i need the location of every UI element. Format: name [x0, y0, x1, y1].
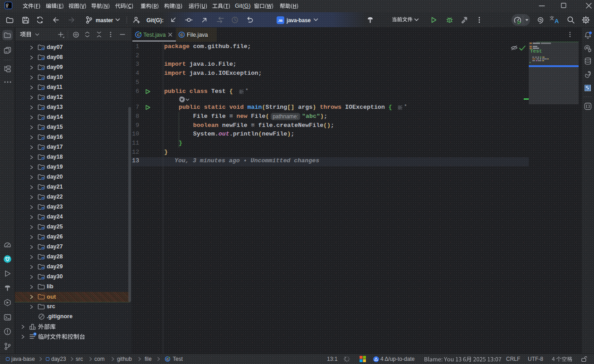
- svg-text:C: C: [180, 33, 183, 37]
- svg-text:IJ: IJ: [6, 3, 9, 6]
